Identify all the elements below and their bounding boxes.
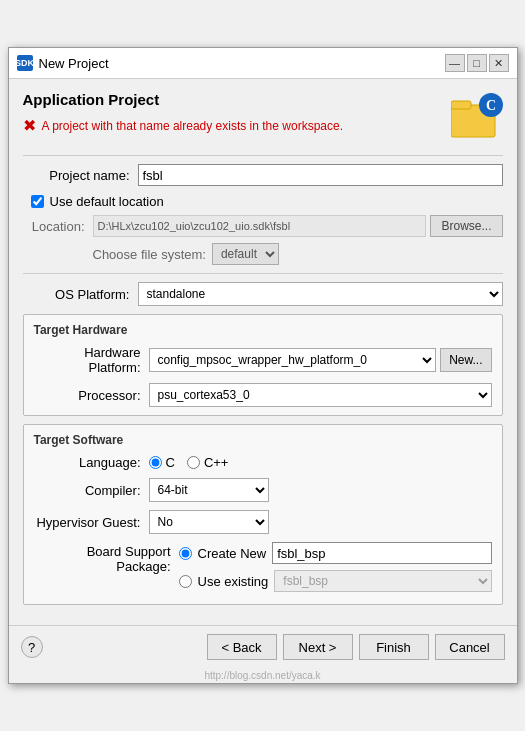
divider-middle [23,273,503,274]
processor-row: Processor: psu_cortexa53_0 [34,383,492,407]
target-software-title: Target Software [34,433,492,447]
app-icon-area: C [451,93,503,144]
restore-button[interactable]: □ [467,54,487,72]
bsp-create-new-label: Create New [198,546,267,561]
project-name-label: Project name: [23,168,138,183]
error-message: A project with that name already exists … [42,119,343,133]
project-name-row: Project name: [23,164,503,186]
filesystem-select[interactable]: default [212,243,279,265]
location-label: Location: [23,219,93,234]
os-platform-label: OS Platform: [23,287,138,302]
target-hardware-title: Target Hardware [34,323,492,337]
language-cpp-radio[interactable] [187,456,200,469]
browse-button[interactable]: Browse... [430,215,502,237]
watermark: http://blog.csdn.net/yaca.k [9,668,517,683]
close-button[interactable]: ✕ [489,54,509,72]
finish-button[interactable]: Finish [359,634,429,660]
back-button[interactable]: < Back [207,634,277,660]
language-label: Language: [34,455,149,470]
header-area: Application Project ✖ A project with tha… [23,91,503,147]
compiler-label: Compiler: [34,483,149,498]
processor-select[interactable]: psu_cortexa53_0 [149,383,492,407]
use-default-location-label: Use default location [50,194,164,209]
bsp-use-existing-radio[interactable] [179,575,192,588]
title-bar-left: SDK New Project [17,55,109,71]
hypervisor-row: Hypervisor Guest: No [34,510,492,534]
divider-top [23,155,503,156]
bsp-section: Board Support Package: Create New Use ex… [34,542,492,592]
processor-label: Processor: [34,388,149,403]
error-banner: ✖ A project with that name already exist… [23,116,343,135]
bsp-create-new-row: Create New [179,542,492,564]
language-cpp-label: C++ [204,455,229,470]
language-c-label: C [166,455,175,470]
compiler-row: Compiler: 64-bit [34,478,492,502]
language-c-radio[interactable] [149,456,162,469]
sdk-icon: SDK [17,55,33,71]
bsp-use-existing-label: Use existing [198,574,269,589]
project-name-input[interactable] [138,164,503,186]
error-icon: ✖ [23,116,36,135]
bsp-create-new-input[interactable] [272,542,491,564]
use-default-location-checkbox[interactable] [31,195,44,208]
language-cpp-option: C++ [187,455,229,470]
bsp-use-existing-row: Use existing fsbl_bsp [179,570,492,592]
new-project-dialog: SDK New Project — □ ✕ Application Projec… [8,47,518,684]
hw-platform-row: Hardware Platform: config_mpsoc_wrapper_… [34,345,492,375]
svg-rect-1 [451,101,471,109]
os-platform-select[interactable]: standalone [138,282,503,306]
filesystem-row: Choose file system: default [23,243,503,265]
app-folder-icon: C [451,93,503,141]
bsp-create-new-radio[interactable] [179,547,192,560]
filesystem-label: Choose file system: [93,247,206,262]
compiler-select[interactable]: 64-bit [149,478,269,502]
minimize-button[interactable]: — [445,54,465,72]
language-radio-group: C C++ [149,455,229,470]
hypervisor-select[interactable]: No [149,510,269,534]
next-button[interactable]: Next > [283,634,353,660]
language-row: Language: C C++ [34,455,492,470]
bsp-options: Create New Use existing fsbl_bsp [179,542,492,592]
dialog-body: Application Project ✖ A project with tha… [9,79,517,625]
target-hardware-group: Target Hardware Hardware Platform: confi… [23,314,503,416]
dialog-title: New Project [39,56,109,71]
default-location-row: Use default location [23,194,503,209]
section-title: Application Project [23,91,343,108]
help-button[interactable]: ? [21,636,43,658]
footer-buttons: < Back Next > Finish Cancel [207,634,505,660]
hw-new-button[interactable]: New... [440,348,491,372]
svg-text:C: C [485,98,495,113]
os-platform-row: OS Platform: standalone [23,282,503,306]
hypervisor-label: Hypervisor Guest: [34,515,149,530]
location-row: Location: Browse... [23,215,503,237]
hw-platform-select[interactable]: config_mpsoc_wrapper_hw_platform_0 [149,348,437,372]
bsp-label: Board Support Package: [34,542,179,574]
title-bar: SDK New Project — □ ✕ [9,48,517,79]
dialog-footer: ? < Back Next > Finish Cancel [9,625,517,668]
location-input[interactable] [93,215,427,237]
hw-platform-label: Hardware Platform: [34,345,149,375]
title-buttons: — □ ✕ [445,54,509,72]
cancel-button[interactable]: Cancel [435,634,505,660]
target-software-group: Target Software Language: C C++ Com [23,424,503,605]
bsp-use-existing-select[interactable]: fsbl_bsp [274,570,491,592]
language-c-option: C [149,455,175,470]
header-left: Application Project ✖ A project with tha… [23,91,343,147]
